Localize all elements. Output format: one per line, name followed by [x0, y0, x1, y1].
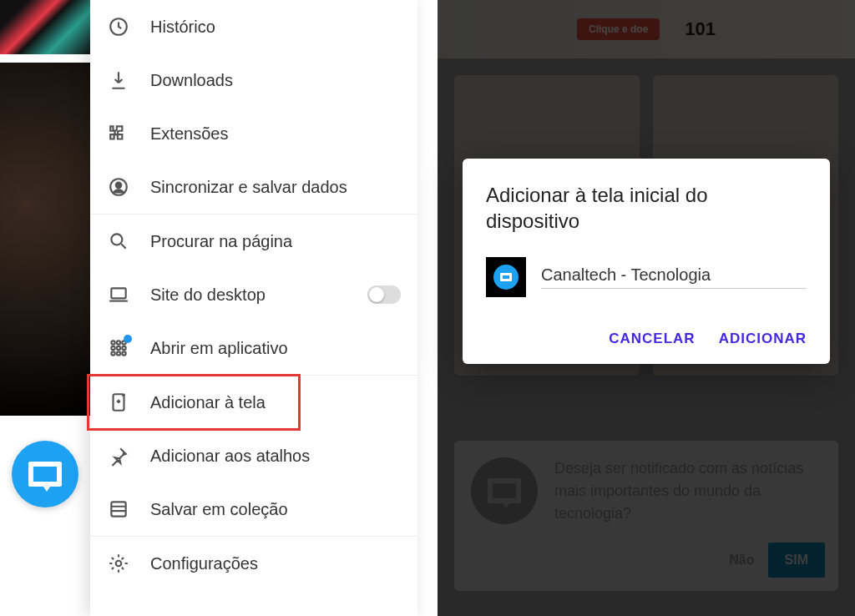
menu-item-label: Salvar em coleção	[150, 500, 401, 519]
menu-item-extensions[interactable]: Extensões	[90, 107, 417, 160]
menu-item-sync[interactable]: Sincronizar e salvar dados	[90, 160, 417, 215]
apps-icon	[107, 336, 130, 360]
search-icon	[107, 230, 130, 253]
cancel-button[interactable]: CANCELAR	[609, 331, 695, 347]
gear-icon	[107, 552, 130, 575]
svg-point-3	[111, 234, 122, 245]
menu-item-label: Adicionar à tela	[150, 393, 401, 412]
dialog-actions: CANCELAR ADICIONAR	[486, 331, 807, 347]
menu-item-label: Histórico	[150, 18, 401, 37]
left-page-background	[0, 0, 90, 616]
add-button[interactable]: ADICIONAR	[719, 331, 807, 347]
menu-item-label: Configurações	[150, 554, 401, 573]
svg-point-2	[116, 183, 122, 189]
svg-point-8	[111, 346, 114, 350]
menu-item-history[interactable]: Histórico	[90, 0, 417, 53]
left-screenshot: HistóricoDownloadsExtensõesSincronizar e…	[0, 0, 417, 616]
menu-item-label: Site do desktop	[150, 285, 367, 305]
menu-item-label: Extensões	[150, 124, 401, 144]
menu-item-addhome[interactable]: Adicionar à tela	[90, 376, 417, 429]
download-icon	[107, 68, 130, 92]
laptop-icon	[107, 283, 130, 306]
svg-point-9	[117, 346, 120, 350]
menu-item-label: Adicionar aos atalhos	[150, 447, 401, 466]
svg-point-6	[117, 341, 120, 344]
add-to-home-dialog: Adicionar à tela inicial do dispositivo …	[463, 159, 830, 364]
clock-icon	[107, 15, 130, 38]
desktop-site-toggle[interactable]	[367, 285, 401, 304]
bg-thumb-bot	[0, 416, 90, 616]
puzzle-icon	[107, 122, 130, 145]
dialog-title: Adicionar à tela inicial do dispositivo	[486, 182, 807, 234]
user-circle-icon	[107, 175, 130, 199]
svg-point-11	[111, 351, 114, 355]
collection-icon	[107, 497, 130, 521]
menu-item-label: Abrir em aplicativo	[150, 339, 401, 358]
menu-item-desktop[interactable]: Site do desktop	[90, 268, 417, 321]
menu-item-label: Procurar na página	[150, 232, 401, 251]
dialog-site-row: Canaltech - Tecnologia	[486, 257, 807, 297]
menu-item-settings[interactable]: Configurações	[90, 537, 417, 590]
menu-item-label: Sincronizar e salvar dados	[150, 178, 401, 197]
svg-point-5	[111, 341, 114, 344]
menu-item-addshortcut[interactable]: Adicionar aos atalhos	[90, 429, 417, 482]
site-name-input[interactable]: Canaltech - Tecnologia	[541, 265, 807, 289]
site-favicon	[486, 257, 526, 297]
bg-thumb-top	[0, 0, 90, 54]
svg-point-12	[117, 351, 120, 355]
browser-menu-sheet: HistóricoDownloadsExtensõesSincronizar e…	[90, 0, 417, 616]
canaltech-logo	[12, 441, 78, 507]
svg-point-13	[122, 351, 125, 355]
pin-icon	[107, 444, 130, 467]
notification-dot	[124, 335, 132, 343]
bg-thumb-mid	[0, 54, 90, 416]
menu-item-label: Downloads	[150, 71, 401, 90]
svg-rect-15	[111, 502, 125, 516]
svg-point-10	[122, 346, 125, 350]
right-screenshot: Clique e doe 101 Deseja ser notificado c…	[438, 0, 855, 616]
add-home-icon	[107, 391, 130, 414]
menu-item-downloads[interactable]: Downloads	[90, 53, 417, 107]
menu-item-savecoll[interactable]: Salvar em coleção	[90, 482, 417, 537]
menu-item-find[interactable]: Procurar na página	[90, 215, 417, 268]
svg-point-16	[116, 561, 122, 567]
svg-rect-4	[111, 288, 125, 298]
menu-item-openapp[interactable]: Abrir em aplicativo	[90, 321, 417, 376]
